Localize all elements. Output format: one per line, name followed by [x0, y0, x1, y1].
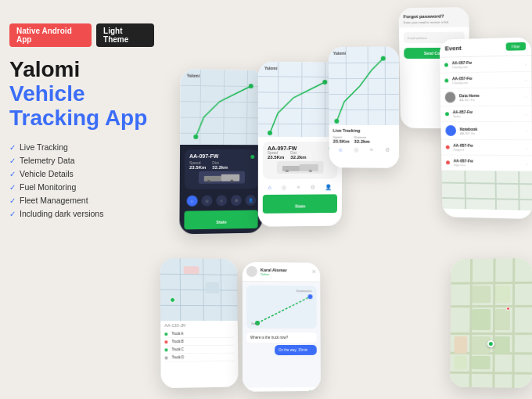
- to-label: Destination: [297, 289, 312, 293]
- feature-5: ✓ Fleet Management: [9, 196, 154, 205]
- nav-list4[interactable]: ≡: [370, 147, 373, 153]
- status-dot: [250, 155, 254, 159]
- contact-name: Karal Alomar: [261, 268, 287, 272]
- phone-events-list: Event Filter AA-057-Fw Checkpoint › AA-0…: [440, 38, 532, 219]
- list-header: AA-133-JR: [164, 323, 234, 328]
- truck-icon-light: [281, 163, 320, 172]
- map-block: [205, 282, 219, 293]
- status-dot-red: [446, 146, 450, 149]
- tracking-info: Live Tracking: [333, 128, 396, 133]
- list-item: Truck D: [164, 354, 234, 362]
- truck-stats: Speed 23.5Km Dist 32.2km: [189, 160, 254, 170]
- phone6-map: [160, 258, 238, 321]
- road-h: [451, 332, 532, 335]
- route-svg: [180, 69, 265, 145]
- close-icon[interactable]: ✕: [311, 269, 316, 275]
- svg-rect-9: [300, 164, 318, 171]
- item-text: AA-857-Fw Support: [453, 143, 526, 152]
- chat-bubble-right: On the way, 15min: [275, 345, 317, 355]
- phone-chat: Karal Alomar Online ✕ Start Destination …: [243, 262, 321, 392]
- item-sub: AA-057-Fw: [459, 97, 526, 102]
- badges-container: Native Android App Light Theme: [9, 23, 154, 47]
- title-line1: Yalomi: [9, 58, 154, 82]
- map-v: [494, 171, 497, 210]
- nav-settings[interactable]: ⚙: [231, 195, 242, 206]
- svg-point-7: [322, 80, 327, 84]
- event-title: Event: [445, 44, 462, 52]
- nav-profile-light[interactable]: 👤: [325, 185, 332, 191]
- nav-map-light[interactable]: ◎: [282, 185, 286, 191]
- road-h: [450, 372, 531, 375]
- truck-icon: [203, 173, 241, 182]
- stat-distance: Dist 32.2km: [212, 160, 228, 170]
- truck-marker: [506, 307, 510, 311]
- features-list: ✓ Live Tracking ✓ Telemetry Data ✓ Vehic…: [9, 142, 154, 218]
- item-text: AA-057-Fw Checkpoint: [452, 75, 526, 84]
- status-dot: [165, 356, 168, 359]
- message-input-row: Message... ›: [243, 387, 321, 392]
- map-block: [184, 266, 200, 274]
- item-text: AA-857-Fw Sign Out: [454, 158, 527, 167]
- nav-list[interactable]: ≡: [216, 195, 227, 206]
- message-input[interactable]: Message...: [246, 391, 303, 392]
- theme-badge: Light Theme: [96, 23, 154, 47]
- map-block-tan: [454, 336, 467, 354]
- list-item: AA-857-Fw Support ›: [441, 140, 532, 156]
- map-h: [160, 305, 237, 306]
- nav-gear4[interactable]: ⚙: [385, 147, 390, 153]
- check-icon: ✓: [9, 156, 16, 165]
- check-icon: ✓: [9, 183, 16, 192]
- map-block: [495, 336, 510, 354]
- left-section: Native Android App Light Theme Yalomi Ve…: [9, 23, 154, 222]
- feature-2: ✓ Telemetry Data: [9, 156, 154, 165]
- truck-id-light: AA-097-FW: [268, 146, 297, 151]
- nav-home4[interactable]: ⌂: [339, 147, 342, 153]
- check-icon: ✓: [9, 210, 16, 218]
- map-v: [464, 171, 466, 209]
- list-item: Truck B: [164, 338, 234, 346]
- status-dot: [444, 78, 448, 82]
- status-dot: [445, 112, 449, 116]
- phone5-header: Event Filter: [440, 38, 532, 58]
- svg-point-12: [334, 119, 339, 124]
- contact-status: Online: [261, 272, 287, 276]
- stat-item: Speed 23.5Km: [333, 135, 350, 144]
- nav-map[interactable]: ◎: [201, 196, 212, 207]
- nav-profile[interactable]: 👤: [246, 195, 257, 206]
- state-btn[interactable]: State: [184, 210, 257, 230]
- state-btn-light[interactable]: State: [263, 194, 337, 214]
- status-dot: [164, 340, 167, 343]
- map-block: [495, 309, 510, 330]
- phone3-header: Forgot password? Enter your email to rec…: [398, 7, 469, 27]
- route4-svg: [329, 46, 399, 125]
- map-block: [472, 356, 491, 369]
- item-text: Notebook AA-057-Fw: [460, 126, 526, 135]
- list-item: Data Home AA-057-Fw ›: [440, 88, 532, 106]
- nav-home[interactable]: ⌂: [186, 196, 197, 207]
- nav-settings-light[interactable]: ⚙: [311, 185, 315, 191]
- chat-bubble-left: Where is the truck now?: [246, 332, 317, 343]
- status-dot-red: [446, 160, 450, 164]
- filter-btn[interactable]: Filter: [506, 42, 526, 51]
- status-dot: [444, 63, 448, 66]
- phone7-body: Start Destination Where is the truck now…: [243, 282, 321, 388]
- send-btn[interactable]: ›: [306, 390, 317, 392]
- phone8-map: [450, 258, 532, 388]
- check-icon: ✓: [9, 143, 16, 152]
- phone6-list: AA-133-JR Truck A Truck B Truck C Truck …: [160, 321, 239, 388]
- svg-point-6: [268, 131, 272, 135]
- chevron-right-icon: ›: [526, 94, 527, 99]
- contact-row: Karal Alomar Online ✕: [246, 266, 316, 278]
- phone5-list: AA-057-Fw Checkpoint › AA-057-Fw Checkpo…: [440, 56, 532, 171]
- stat-speed: Speed 23.5Km: [268, 151, 284, 160]
- list-item: AA-057-Fw Checkpoint ›: [440, 56, 531, 73]
- truck-silhouette: [199, 171, 245, 184]
- nav-map4[interactable]: ◎: [354, 147, 358, 153]
- stat-item: Distance 32.2km: [354, 135, 370, 144]
- nav-list-light[interactable]: ≡: [297, 185, 300, 191]
- nav-home-light[interactable]: ⌂: [268, 185, 271, 191]
- svg-point-0: [193, 135, 198, 139]
- feature-6: ✓ Including dark versions: [9, 209, 154, 218]
- svg-rect-8: [282, 166, 300, 171]
- contact-info: Karal Alomar Online: [261, 268, 287, 276]
